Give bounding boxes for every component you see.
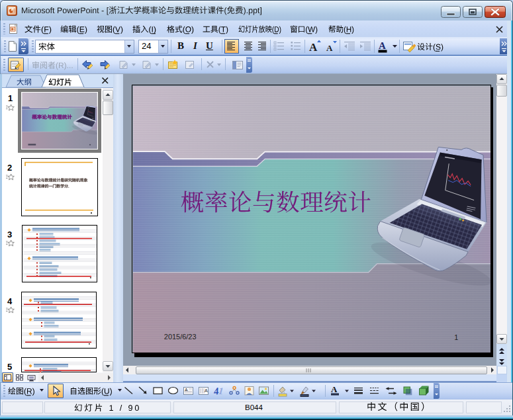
- svg-text:A: A: [309, 41, 318, 54]
- svg-text:A: A: [331, 384, 338, 394]
- svg-text:A: A: [205, 388, 208, 393]
- svg-text:A: A: [326, 43, 333, 53]
- svg-text:A: A: [379, 40, 386, 51]
- svg-text:1: 1: [218, 386, 224, 396]
